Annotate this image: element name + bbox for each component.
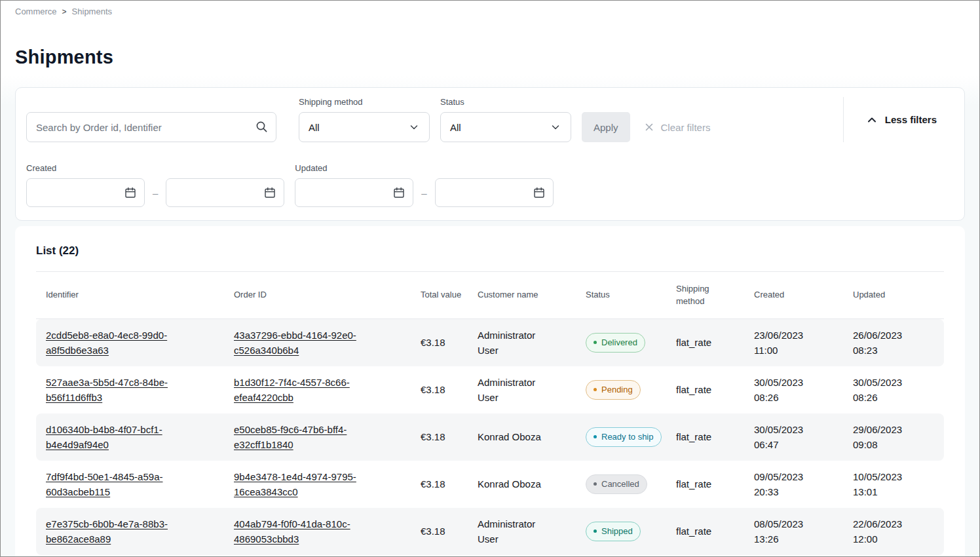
clear-filters-button[interactable]: Clear filters: [641, 112, 713, 142]
chevron-down-icon: [408, 121, 420, 133]
total-value-cell: €3.18: [421, 476, 478, 491]
order-id-link[interactable]: e50ceb85-f9c6-47b6-bff4-e32cff1b1840: [234, 422, 391, 453]
identifier-link[interactable]: d106340b-b4b8-4f07-bcf1-b4e4d9af94e0: [46, 422, 203, 453]
status-cell: Cancelled: [586, 474, 676, 494]
shipping-method-cell: flat_rate: [676, 382, 754, 397]
updated-cell: 10/05/2023 13:01: [853, 469, 944, 500]
list-heading: List (22): [36, 244, 944, 258]
order-id-cell: 43a37296-ebbd-4164-92e0-c526a340b6b4: [234, 328, 421, 358]
filters-row-dates: Created –: [26, 163, 954, 207]
less-filters-label: Less filters: [885, 114, 937, 125]
status-badge-label: Cancelled: [601, 478, 639, 491]
status-value: All: [450, 122, 461, 133]
shipping-method-cell: flat_rate: [676, 476, 754, 491]
created-cell: 09/05/2023 20:33: [754, 469, 853, 500]
shipping-method-cell: flat_rate: [676, 524, 754, 539]
column-header-created: Created: [754, 289, 853, 301]
customer-name-cell: Konrad Oboza: [478, 429, 586, 444]
close-icon: [643, 121, 655, 133]
status-dot-icon: [594, 482, 597, 486]
order-id-cell: b1d30f12-7f4c-4557-8c66-efeaf4220cbb: [234, 375, 421, 406]
identifier-link[interactable]: e7e375cb-6b0b-4e7a-88b3-be862ace8a89: [46, 516, 203, 547]
calendar-icon: [533, 186, 546, 199]
updated-cell: 26/06/2023 08:23: [853, 328, 944, 358]
status-cell: Ready to ship: [586, 427, 676, 447]
breadcrumb-item-commerce[interactable]: Commerce: [15, 7, 57, 16]
identifier-link[interactable]: 527aae3a-5b5d-47c8-84be-b56f11d6ffb3: [46, 375, 203, 406]
breadcrumb: Commerce > Shipments: [1, 1, 979, 16]
status-label: Status: [440, 97, 571, 107]
updated-cell: 22/06/2023 12:00: [853, 516, 944, 547]
page-title: Shipments: [15, 47, 965, 68]
total-value-cell: €3.18: [421, 524, 478, 539]
page-content: Shipping method All Status All Apply: [1, 87, 979, 557]
identifier-cell: e7e375cb-6b0b-4e7a-88b3-be862ace8a89: [36, 516, 234, 547]
status-dot-icon: [594, 435, 597, 438]
table-row: 527aae3a-5b5d-47c8-84be-b56f11d6ffb3 b1d…: [36, 366, 944, 413]
order-id-link[interactable]: 43a37296-ebbd-4164-92e0-c526a340b6b4: [234, 328, 391, 358]
total-value-cell: €3.18: [421, 382, 478, 397]
created-cell: 30/05/2023 08:26: [754, 375, 853, 406]
status-dot-icon: [594, 388, 597, 391]
status-dot-icon: [594, 341, 597, 344]
shipping-method-value: All: [309, 122, 320, 133]
calendar-icon: [124, 186, 137, 199]
total-value-cell: €3.18: [421, 429, 478, 444]
chevron-up-icon: [866, 114, 878, 126]
column-header-order-id: Order ID: [234, 289, 421, 301]
created-cell: 23/06/2023 11:00: [754, 328, 853, 358]
created-cell: 30/05/2023 06:47: [754, 422, 853, 453]
updated-cell: 30/05/2023 08:26: [853, 375, 944, 406]
customer-name-cell: Administrator User: [478, 328, 586, 358]
status-dot-icon: [594, 529, 597, 533]
order-id-cell: 9b4e3478-1e4d-4974-9795-16cea3843cc0: [234, 469, 421, 500]
created-date-filter: Created –: [26, 163, 284, 207]
calendar-icon: [392, 186, 405, 199]
order-id-link[interactable]: b1d30f12-7f4c-4557-8c66-efeaf4220cbb: [234, 375, 391, 406]
identifier-cell: 527aae3a-5b5d-47c8-84be-b56f11d6ffb3: [36, 375, 234, 406]
less-filters-toggle[interactable]: Less filters: [843, 97, 954, 142]
status-badge: Cancelled: [586, 474, 647, 494]
column-header-updated: Updated: [853, 289, 944, 301]
status-badge: Delivered: [586, 333, 645, 353]
search-field: [26, 112, 276, 142]
updated-cell: 29/06/2023 09:08: [853, 422, 944, 453]
table-header: Identifier Order ID Total value Customer…: [36, 271, 944, 319]
column-header-identifier: Identifier: [36, 289, 234, 301]
customer-name-cell: Konrad Oboza: [478, 476, 586, 491]
created-range-dash: –: [153, 187, 158, 199]
status-cell: Shipped: [586, 522, 676, 541]
clear-filters-label: Clear filters: [661, 122, 711, 133]
search-input[interactable]: [26, 112, 276, 142]
identifier-link[interactable]: 2cdd5eb8-e8a0-4ec8-99d0-a8f5db6e3a63: [46, 328, 203, 358]
shipping-method-select[interactable]: All: [299, 112, 430, 142]
table-rows: 2cdd5eb8-e8a0-4ec8-99d0-a8f5db6e3a63 43a…: [36, 319, 944, 555]
shipping-method-label: Shipping method: [299, 97, 430, 107]
column-header-total-value: Total value: [421, 289, 478, 301]
filters-panel: Shipping method All Status All Apply: [15, 87, 965, 221]
updated-range-dash: –: [421, 187, 426, 199]
status-select[interactable]: All: [440, 112, 571, 142]
order-id-link[interactable]: 404ab794-f0f0-41da-810c-4869053cbbd3: [234, 516, 391, 547]
order-id-cell: 404ab794-f0f0-41da-810c-4869053cbbd3: [234, 516, 421, 547]
identifier-cell: 2cdd5eb8-e8a0-4ec8-99d0-a8f5db6e3a63: [36, 328, 234, 358]
status-cell: Pending: [586, 380, 676, 400]
column-header-status: Status: [586, 289, 676, 301]
table-row: d106340b-b4b8-4f07-bcf1-b4e4d9af94e0 e50…: [36, 413, 944, 461]
customer-name-cell: Administrator User: [478, 516, 586, 547]
status-badge-label: Delivered: [601, 336, 637, 349]
order-id-link[interactable]: 9b4e3478-1e4d-4974-9795-16cea3843cc0: [234, 469, 391, 500]
column-header-customer-name: Customer name: [478, 289, 586, 301]
identifier-link[interactable]: 7df9f4bd-50e1-4845-a59a-60d3acbeb115: [46, 469, 203, 500]
total-value-cell: €3.18: [421, 335, 478, 350]
status-badge-label: Pending: [601, 383, 633, 396]
apply-button[interactable]: Apply: [582, 112, 630, 142]
status-badge: Ready to ship: [586, 427, 662, 447]
table-row: 7df9f4bd-50e1-4845-a59a-60d3acbeb115 9b4…: [36, 461, 944, 508]
updated-label: Updated: [295, 163, 553, 173]
breadcrumb-item-shipments[interactable]: Shipments: [72, 7, 112, 16]
created-cell: 08/05/2023 13:26: [754, 516, 853, 547]
status-cell: Delivered: [586, 333, 676, 353]
shipping-method-cell: flat_rate: [676, 335, 754, 350]
table-row: e7e375cb-6b0b-4e7a-88b3-be862ace8a89 404…: [36, 508, 944, 555]
